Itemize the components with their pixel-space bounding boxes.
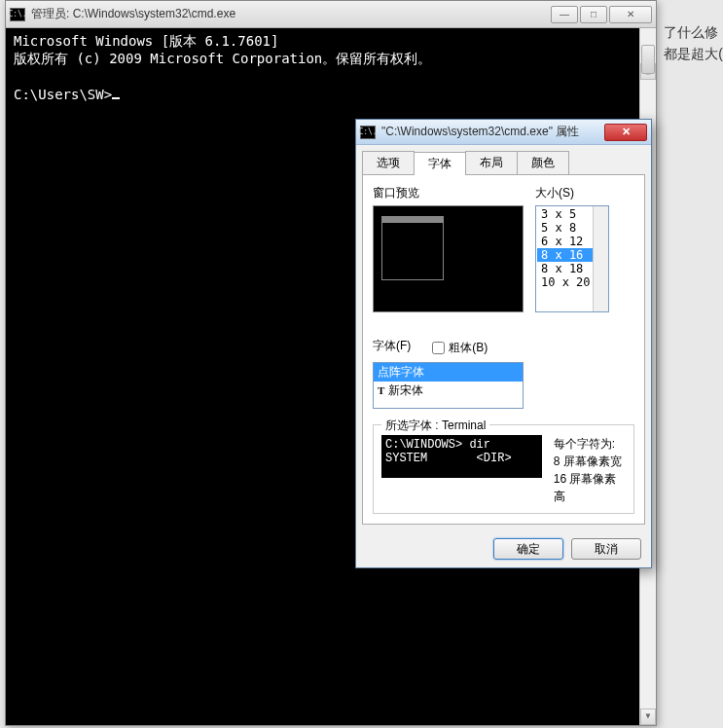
size-scrollbar[interactable] xyxy=(593,206,608,311)
scroll-down-icon[interactable]: ▼ xyxy=(640,709,656,725)
properties-dialog: C:\. "C:\Windows\system32\cmd.exe" 属性 ✕ … xyxy=(355,119,652,568)
minimize-button[interactable]: — xyxy=(551,6,578,23)
truetype-icon: T xyxy=(378,384,384,396)
scroll-thumb[interactable] xyxy=(641,45,655,74)
cmd-title: 管理员: C:\Windows\system32\cmd.exe xyxy=(31,6,551,22)
cmd-titlebar[interactable]: C:\. 管理员: C:\Windows\system32\cmd.exe — … xyxy=(6,1,656,28)
font-listbox[interactable]: 点阵字体 T新宋体 xyxy=(373,362,524,409)
window-preview xyxy=(373,205,524,312)
tab-content: 窗口预览 大小(S) 3 x 5 5 x 8 6 x 12 8 x 16 8 xyxy=(362,174,645,525)
tab-layout[interactable]: 布局 xyxy=(465,151,518,174)
char-height: 16 屏幕像素高 xyxy=(554,470,626,505)
maximize-button[interactable]: □ xyxy=(580,6,607,23)
props-close-button[interactable]: ✕ xyxy=(604,124,647,141)
cursor-icon xyxy=(112,97,120,99)
size-label: 大小(S) xyxy=(535,185,634,201)
group-title: 所选字体 : Terminal xyxy=(381,418,489,434)
cancel-button[interactable]: 取消 xyxy=(571,538,641,560)
font-label: 字体(F) xyxy=(373,338,411,354)
dialog-buttons: 确定 取消 xyxy=(356,530,651,567)
preview-window-icon xyxy=(381,216,444,280)
bold-checkbox-input[interactable] xyxy=(432,342,445,354)
close-button[interactable]: ✕ xyxy=(609,6,652,23)
tab-color[interactable]: 颜色 xyxy=(517,151,569,174)
bold-checkbox[interactable]: 粗体(B) xyxy=(432,340,488,356)
ok-button[interactable]: 确定 xyxy=(493,538,563,560)
props-titlebar[interactable]: C:\. "C:\Windows\system32\cmd.exe" 属性 ✕ xyxy=(356,120,651,145)
cmd-line2: 版权所有 (c) 2009 Microsoft Corporation。保留所有… xyxy=(14,51,431,66)
tab-bar: 选项 字体 布局 颜色 xyxy=(356,145,651,174)
char-width: 8 屏幕像素宽 xyxy=(554,453,626,470)
props-title: "C:\Windows\system32\cmd.exe" 属性 xyxy=(381,124,604,140)
cmd-line1: Microsoft Windows [版本 6.1.7601] xyxy=(14,33,278,49)
bold-label: 粗体(B) xyxy=(449,340,488,356)
font-item[interactable]: 点阵字体 xyxy=(374,363,523,382)
char-info: 每个字符为: 8 屏幕像素宽 16 屏幕像素高 xyxy=(554,435,626,505)
preview-label: 窗口预览 xyxy=(373,185,524,201)
cmd-prompt: C:\Users\SW> xyxy=(14,87,112,102)
tab-font[interactable]: 字体 xyxy=(414,152,466,175)
selected-font-group: 所选字体 : Terminal C:\WINDOWS> dir SYSTEM <… xyxy=(373,424,634,514)
char-info-label: 每个字符为: xyxy=(554,435,626,453)
font-item[interactable]: T新宋体 xyxy=(374,382,523,400)
props-icon: C:\. xyxy=(360,126,376,139)
font-sample: C:\WINDOWS> dir SYSTEM <DIR> xyxy=(381,435,542,478)
cmd-icon: C:\. xyxy=(10,8,25,21)
tab-options[interactable]: 选项 xyxy=(362,151,415,174)
size-listbox[interactable]: 3 x 5 5 x 8 6 x 12 8 x 16 8 x 18 10 x 20 xyxy=(535,205,609,312)
